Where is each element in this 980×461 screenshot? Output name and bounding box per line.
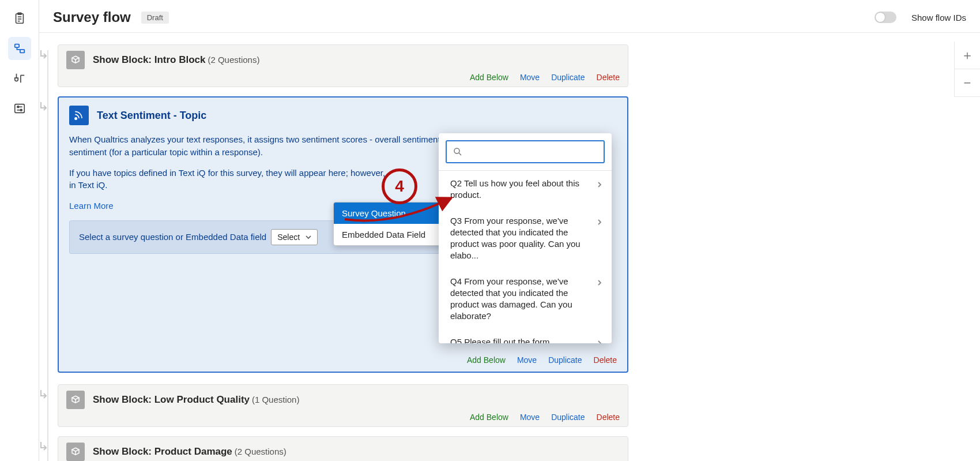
svg-rect-0 [16,14,23,24]
block-sub: (2 Questions) [208,55,259,65]
chevron-right-icon [597,338,602,344]
svg-rect-6 [20,50,24,53]
svg-rect-5 [14,44,18,48]
topbar: Survey flow Draft Show flow IDs [39,0,980,32]
nav-options-icon[interactable] [8,97,31,120]
duplicate-button[interactable]: Duplicate [551,73,585,82]
delete-button[interactable]: Delete [594,355,617,365]
text-sentiment-title: Text Sentiment - Topic [97,110,206,122]
connector-arrow-icon [40,442,48,455]
block-cube-icon [66,391,85,409]
nav-survey-icon[interactable] [8,7,31,30]
svg-point-12 [75,118,77,119]
block-prefix: Show Block: [93,54,154,65]
show-flow-ids-toggle[interactable] [875,12,896,23]
status-badge: Draft [141,12,169,24]
nav-look-feel-icon[interactable] [8,67,31,90]
move-button[interactable]: Move [520,413,540,422]
add-below-button[interactable]: Add Below [470,413,508,422]
nav-flow-icon[interactable] [8,37,31,60]
select-dropdown-button[interactable]: Select [271,229,318,245]
flow-block-low-quality[interactable]: Show Block: Low Product Quality (1 Quest… [58,384,628,427]
svg-point-13 [454,148,459,153]
duplicate-button[interactable]: Duplicate [551,413,585,422]
add-below-button[interactable]: Add Below [467,355,506,365]
main-panel: Survey flow Draft Show flow IDs [39,0,980,461]
svg-line-14 [459,153,461,155]
svg-rect-7 [14,104,24,113]
move-button[interactable]: Move [520,73,540,82]
delete-button[interactable]: Delete [597,413,620,422]
zoom-in-button[interactable]: ＋ [955,42,980,69]
chevron-right-icon [597,179,602,190]
delete-button[interactable]: Delete [597,73,620,82]
block-name: Low Product Quality [154,394,250,405]
question-picker-popover: Q2 Tell us how you feel about this produ… [439,133,612,343]
connector-arrow-icon [40,390,48,403]
block-sub: (2 Questions) [235,447,287,456]
question-option[interactable]: Q5 Please fill out the form. [439,329,612,344]
block-name: Product Damage [154,446,232,457]
search-icon [453,147,463,157]
flow-block-intro[interactable]: Show Block: Intro Block (2 Questions) Ad… [58,44,628,87]
question-option[interactable]: Q2 Tell us how you feel about this produ… [439,171,612,208]
chevron-right-icon [597,216,602,228]
zoom-out-button[interactable]: − [955,69,980,97]
annotation-step-number: 4 [382,168,417,204]
chevron-right-icon [597,277,602,288]
question-search-input[interactable] [468,147,598,157]
zoom-controls: ＋ − [954,42,980,97]
left-nav-rail [0,0,39,461]
block-prefix: Show Block: [93,394,154,405]
chevron-down-icon [306,234,311,240]
text-sentiment-icon [69,106,89,125]
question-option[interactable]: Q3 From your response, we've detected th… [439,208,612,269]
block-prefix: Show Block: [93,446,154,457]
question-search [439,133,612,170]
question-option[interactable]: Q4 From your response, we've detected th… [439,269,612,329]
selector-label: Select a survey question or Embedded Dat… [79,232,266,242]
block-cube-icon [66,443,85,461]
block-name: Intro Block [154,54,206,65]
page-title: Survey flow [53,9,131,25]
block-sub: (1 Question) [252,395,300,404]
move-button[interactable]: Move [517,355,537,365]
duplicate-button[interactable]: Duplicate [548,355,582,365]
show-flow-ids-label: Show flow IDs [911,13,966,23]
add-below-button[interactable]: Add Below [470,73,508,82]
learn-more-link[interactable]: Learn More [69,200,114,212]
flow-block-product-damage[interactable]: Show Block: Product Damage (2 Questions)… [58,436,628,461]
connector-arrow-icon [40,102,48,115]
question-list: Q2 Tell us how you feel about this produ… [439,170,612,343]
connector-arrow-icon [40,50,48,63]
block-cube-icon [66,51,85,69]
